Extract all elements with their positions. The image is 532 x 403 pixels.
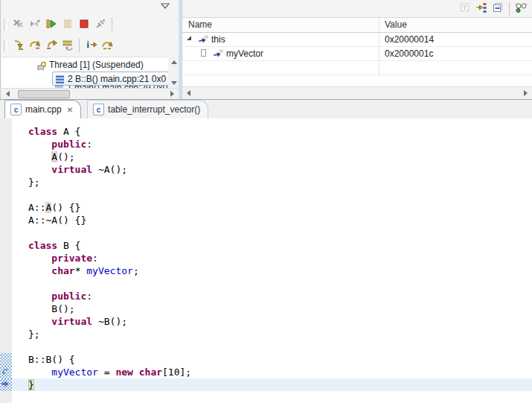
code-line[interactable]: myVector = new char[10]; xyxy=(0,366,532,378)
expand-toggle-icon[interactable] xyxy=(202,50,205,56)
drop-to-frame-button[interactable] xyxy=(60,37,76,54)
code-line[interactable]: public: xyxy=(0,290,532,302)
scroll-left-icon[interactable] xyxy=(3,89,13,98)
debug-view: i Thread [1] (Suspended)2 B::B() main.cp… xyxy=(0,0,180,99)
code-line[interactable]: } xyxy=(0,378,532,391)
code-line[interactable]: }; xyxy=(0,176,532,188)
eclipse-debug-window: i Thread [1] (Suspended)2 B::B() main.cp… xyxy=(0,0,532,403)
debug-toolbar-main xyxy=(1,15,179,34)
code-token: new xyxy=(115,366,132,378)
code-line[interactable]: A(); xyxy=(0,150,532,163)
restart-button xyxy=(27,16,43,33)
variables-view: Name Value (x)this0x20000014(x)myVector0… xyxy=(179,0,532,99)
code-line[interactable]: class A { xyxy=(0,125,532,138)
code-line[interactable]: A::A() {} xyxy=(0,201,532,214)
step-return-button[interactable] xyxy=(43,37,60,54)
step-into-button[interactable] xyxy=(10,37,27,54)
scroll-down-icon[interactable] xyxy=(169,78,179,88)
suspend-button xyxy=(60,16,76,33)
scrollbar-thumb[interactable] xyxy=(18,90,70,98)
code-token xyxy=(28,291,51,302)
code-line[interactable]: virtual ~B(); xyxy=(0,315,532,328)
step-over-icon xyxy=(29,39,41,53)
variables-table: Name Value (x)this0x20000014(x)myVector0… xyxy=(182,18,532,87)
column-divider[interactable] xyxy=(379,18,379,75)
code-line[interactable] xyxy=(0,188,532,201)
remove-all-terminated-icon xyxy=(13,18,25,32)
close-icon[interactable]: ✕ xyxy=(67,106,73,114)
scroll-right-icon[interactable] xyxy=(521,88,531,98)
variable-row[interactable]: (x)myVector0x2000001c xyxy=(182,47,532,61)
variable-row[interactable]: (x)this0x20000014 xyxy=(182,33,532,47)
instruction-stepping-icon: i xyxy=(85,39,97,53)
variable-name: myVector xyxy=(226,48,263,59)
tab-main-cpp[interactable]: cmain.cpp✕ xyxy=(4,100,81,119)
code-token xyxy=(28,253,51,264)
tree-row-label: Thread [1] (Suspended) xyxy=(49,60,144,70)
code-token: [10]; xyxy=(162,366,191,378)
variables-table-header[interactable]: Name Value xyxy=(182,18,532,33)
step-over-button[interactable] xyxy=(27,37,43,54)
scroll-up-icon[interactable] xyxy=(169,57,179,67)
column-header-name[interactable]: Name xyxy=(188,19,212,30)
column-header-value[interactable]: Value xyxy=(385,19,407,30)
code-line[interactable]: B::B() { xyxy=(0,353,532,366)
code-token: (); xyxy=(57,151,74,162)
instruction-stepping-button[interactable]: i xyxy=(83,37,99,54)
suspend-icon xyxy=(62,18,74,32)
code-token: = xyxy=(98,366,115,378)
terminate-button[interactable] xyxy=(76,16,92,33)
toolbar-grip xyxy=(4,39,7,51)
code-token: B(); xyxy=(28,303,75,314)
tab-label: main.cpp xyxy=(25,104,62,115)
variable-row[interactable] xyxy=(182,61,532,75)
scroll-left-icon[interactable] xyxy=(184,88,193,98)
c-file-icon: c xyxy=(93,104,104,115)
code-token xyxy=(28,265,51,276)
code-line[interactable] xyxy=(0,277,532,290)
code-line[interactable]: char* myVector; xyxy=(0,264,532,277)
use-step-filters-button[interactable] xyxy=(99,37,115,54)
code-token: private xyxy=(51,253,92,264)
terminate-icon xyxy=(78,18,90,32)
debug-launch-tree: Thread [1] (Suspended)2 B::B() main.cpp:… xyxy=(1,57,168,89)
code-line[interactable] xyxy=(0,340,532,353)
code-token: virtual xyxy=(51,316,92,327)
variables-horizontal-scrollbar[interactable] xyxy=(182,86,532,99)
step-return-icon xyxy=(45,39,57,53)
svg-text:(x): (x) xyxy=(219,49,223,53)
code-line[interactable]: virtual ~A(); xyxy=(0,163,532,176)
debug-tree-row[interactable]: Thread [1] (Suspended) xyxy=(1,57,168,72)
code-editor[interactable]: class A { public: A(); virtual ~A();};A:… xyxy=(0,118,532,403)
toolbar-separator xyxy=(509,2,510,16)
debug-horizontal-scrollbar[interactable] xyxy=(1,88,179,99)
toolbar-grip xyxy=(4,19,7,31)
debug-vertical-scrollbar[interactable] xyxy=(169,57,179,89)
show-logical-structure-icon xyxy=(475,1,487,16)
code-line[interactable]: private: xyxy=(0,252,532,264)
watch-icon xyxy=(515,1,527,16)
view-menu-button[interactable] xyxy=(160,1,170,10)
code-line[interactable]: A::~A() {} xyxy=(0,214,532,226)
code-line[interactable]: B(); xyxy=(0,302,532,315)
collapse-toggle-icon[interactable] xyxy=(187,36,191,40)
debug-tree-row[interactable]: 2 B::B() main.cpp:21 0x0 xyxy=(1,72,168,86)
code-token: B { xyxy=(57,240,80,251)
collapse-all-button[interactable] xyxy=(490,1,506,17)
code-token: ~B(); xyxy=(92,316,127,327)
code-token xyxy=(133,366,139,378)
code-line[interactable]: }; xyxy=(0,328,532,340)
resume-button[interactable] xyxy=(43,16,60,33)
show-logical-structure-button[interactable] xyxy=(473,1,490,17)
code-token xyxy=(28,164,51,175)
code-line[interactable]: class B { xyxy=(0,239,532,252)
code-line[interactable] xyxy=(0,226,532,239)
code-token: } xyxy=(28,379,34,390)
variables-toolbar xyxy=(182,0,532,18)
editor-tabbar: cmain.cpp✕ctable_interrupt_vector() xyxy=(0,100,532,119)
watch-button[interactable] xyxy=(513,1,529,17)
code-line[interactable]: public: xyxy=(0,138,532,150)
scroll-right-icon[interactable] xyxy=(167,89,177,98)
tab-table-interrupt-vector[interactable]: ctable_interrupt_vector() xyxy=(87,100,208,118)
restart-icon xyxy=(29,18,41,32)
